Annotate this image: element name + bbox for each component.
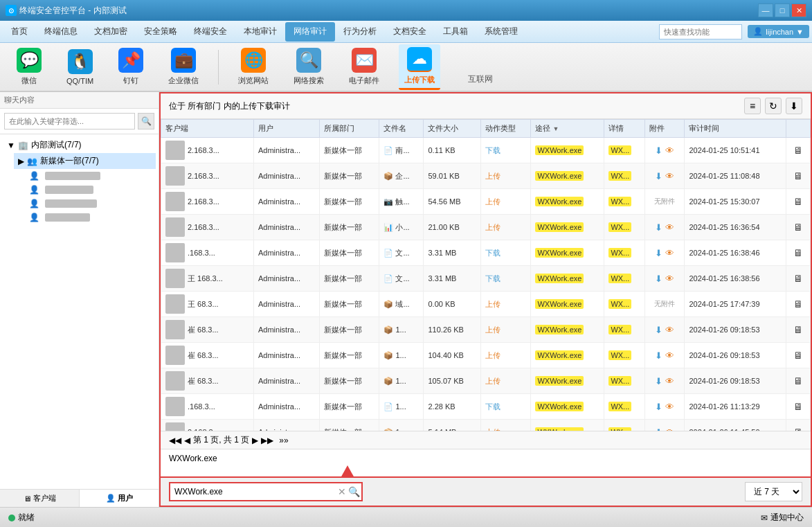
search-go-icon[interactable]: 🔍: [348, 486, 360, 497]
sidebar-chat-tab[interactable]: 聊天内容: [0, 92, 159, 109]
export-button[interactable]: ⬇: [786, 98, 802, 114]
view-icon[interactable]: 👁: [665, 222, 674, 233]
menu-terminal-security[interactable]: 终端安全: [186, 22, 235, 42]
cell-attachment[interactable]: ⬇👁: [644, 317, 684, 343]
cell-terminal: 🖥: [786, 368, 811, 394]
cell-attachment[interactable]: ⬇👁: [644, 420, 684, 431]
path-highlight: WXWork.exe: [535, 350, 584, 360]
tree-item-root[interactable]: ▼ 🏢 内部测试(7/7): [3, 137, 156, 153]
view-icon[interactable]: 👁: [665, 145, 674, 156]
download-attachment-icon[interactable]: ⬇: [655, 274, 662, 284]
view-icon[interactable]: 👁: [665, 248, 674, 258]
tree-item-user3[interactable]: 👤: [25, 197, 156, 211]
tree-item-user1[interactable]: 👤: [25, 169, 156, 183]
cell-client: .168.3...: [161, 394, 254, 420]
download-attachment-icon[interactable]: ⬇: [655, 325, 662, 335]
cell-user: Administra...: [253, 368, 319, 394]
menu-search-input[interactable]: [659, 24, 742, 39]
view-icon[interactable]: 👁: [665, 376, 674, 386]
tree-item-xinmei[interactable]: ▶ 👥 新媒体一部(7/7): [14, 153, 156, 169]
path-highlight: WXWork.exe: [535, 274, 584, 283]
search-input[interactable]: [169, 482, 363, 501]
search-clear-icon[interactable]: ✕: [338, 486, 346, 497]
cell-attachment[interactable]: ⬇👁: [644, 394, 684, 420]
sidebar-tab-user[interactable]: 👤 用户: [80, 490, 159, 507]
download-attachment-icon[interactable]: ⬇: [655, 248, 662, 258]
toolbar-ding[interactable]: 📌 钉钉: [113, 45, 149, 89]
minimize-button[interactable]: —: [758, 3, 773, 17]
view-icon[interactable]: 👁: [665, 350, 674, 361]
page-nav-back[interactable]: ◀: [184, 436, 190, 445]
tree-item-user2[interactable]: 👤: [25, 183, 156, 197]
cell-attachment[interactable]: ⬇👁: [644, 368, 684, 394]
toolbar-browse[interactable]: 🌐 浏览网站: [233, 45, 274, 89]
download-attachment-icon[interactable]: ⬇: [655, 350, 662, 361]
menu-bar: 首页 终端信息 文档加密 安全策略 终端安全 本地审计 网络审计 行为分析 文档…: [0, 21, 812, 43]
toolbar-qq[interactable]: 🐧 QQ/TIM: [61, 46, 99, 88]
toolbar-upload-download[interactable]: ☁ 上传下载: [399, 44, 440, 90]
toolbar-email[interactable]: ✉️ 电子邮件: [343, 45, 385, 89]
client-tab-label: 客户端: [33, 493, 56, 503]
menu-terminal-info[interactable]: 终端信息: [36, 22, 86, 42]
cell-attachment[interactable]: 无附件: [644, 292, 684, 317]
sort-icon: ▼: [553, 125, 559, 132]
menu-behavior[interactable]: 行为分析: [335, 22, 385, 42]
tree-xinmei-label: 新媒体一部(7/7): [40, 155, 99, 167]
cell-filename: 📦域...: [379, 292, 424, 317]
corp-wechat-label: 企业微信: [168, 75, 199, 86]
menu-doc-encrypt[interactable]: 文档加密: [86, 22, 136, 42]
page-nav-prev[interactable]: ◀◀: [169, 436, 181, 445]
notification-center[interactable]: ✉ 通知中心: [761, 512, 804, 524]
cell-filename: 📦1...: [379, 317, 424, 343]
sidebar-search-input[interactable]: [4, 113, 135, 129]
download-attachment-icon[interactable]: ⬇: [655, 402, 662, 412]
menu-home[interactable]: 首页: [3, 22, 36, 42]
close-button[interactable]: ✕: [791, 3, 806, 17]
cell-action: 上传: [480, 343, 531, 368]
cell-attachment[interactable]: ⬇👁: [644, 215, 684, 240]
page-nav-end[interactable]: ▶▶: [261, 436, 273, 445]
menu-local-audit[interactable]: 本地审计: [235, 22, 285, 42]
cell-attachment[interactable]: 无附件: [644, 189, 684, 215]
download-attachment-icon[interactable]: ⬇: [655, 222, 662, 233]
view-icon[interactable]: 👁: [665, 171, 674, 181]
view-toggle-button[interactable]: ≡: [744, 98, 761, 114]
tree-item-user4[interactable]: 👤: [25, 211, 156, 224]
cell-user: Administra...: [253, 343, 319, 368]
cell-attachment[interactable]: ⬇👁: [644, 163, 684, 189]
cell-attachment[interactable]: ⬇👁: [644, 138, 684, 163]
preview-text: WXWork.exe: [169, 454, 217, 463]
toolbar-wechat[interactable]: 💬 微信: [11, 45, 47, 89]
sidebar: 聊天内容 🔍 ▼ 🏢 内部测试(7/7) ▶ 👥 新媒体一部(7/7): [0, 92, 159, 507]
cell-dept: 新媒体一部: [319, 138, 379, 163]
time-range-select[interactable]: 近 7 天 近 30 天 近 90 天 自定义: [745, 482, 802, 501]
refresh-button[interactable]: ↻: [765, 98, 782, 114]
cell-filesize: 0.00 KB: [424, 292, 480, 317]
menu-doc-security[interactable]: 文档安全: [385, 22, 435, 42]
view-icon[interactable]: 👁: [665, 274, 674, 284]
menu-security-policy[interactable]: 安全策略: [136, 22, 186, 42]
view-icon[interactable]: 👁: [665, 325, 674, 335]
view-icon[interactable]: 👁: [665, 402, 674, 412]
sidebar-search-button[interactable]: 🔍: [138, 113, 154, 129]
user-badge[interactable]: 👤 lijinchan ▼: [748, 25, 809, 38]
cell-detail: WX...: [604, 189, 645, 215]
tree-expand-icon: ▼: [7, 141, 15, 150]
toolbar-netsearch[interactable]: 🔍 网络搜索: [288, 45, 330, 89]
cell-time: 2024-01-26 11:45:50: [685, 420, 786, 431]
cell-attachment[interactable]: ⬇👁: [644, 240, 684, 266]
sidebar-tab-client[interactable]: 🖥 客户端: [0, 490, 80, 507]
download-attachment-icon[interactable]: ⬇: [655, 171, 662, 181]
cell-attachment[interactable]: ⬇👁: [644, 343, 684, 368]
toolbar-corp-wechat[interactable]: 💼 企业微信: [163, 45, 204, 89]
cell-attachment[interactable]: ⬇👁: [644, 266, 684, 292]
content-actions: ≡ ↻ ⬇: [744, 98, 802, 114]
cell-time: 2024-01-25 16:36:54: [685, 215, 786, 240]
download-attachment-icon[interactable]: ⬇: [655, 145, 662, 156]
page-nav-fwd[interactable]: ▶: [252, 436, 258, 445]
menu-tools[interactable]: 工具箱: [435, 22, 476, 42]
menu-system[interactable]: 系统管理: [476, 22, 526, 42]
download-attachment-icon[interactable]: ⬇: [655, 376, 662, 386]
maximize-button[interactable]: □: [775, 3, 790, 17]
menu-network-audit[interactable]: 网络审计: [285, 22, 335, 42]
